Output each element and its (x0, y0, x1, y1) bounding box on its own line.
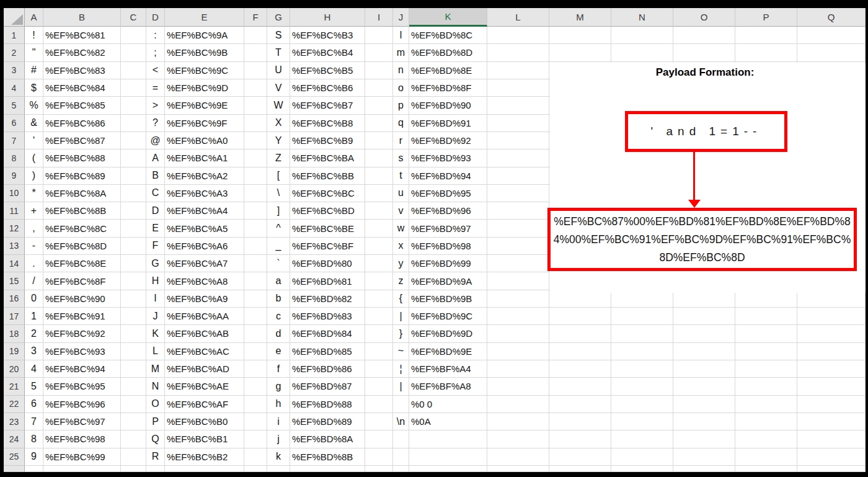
cell-I15[interactable] (365, 272, 393, 290)
cell-G7[interactable]: Y (267, 132, 290, 149)
cell-H12[interactable]: %EF%BC%BE (290, 220, 365, 237)
cell-O18[interactable] (673, 325, 735, 342)
cell-J9[interactable]: t (393, 167, 409, 185)
cell-D13[interactable]: F (146, 238, 165, 255)
cell-F17[interactable] (244, 308, 267, 325)
cell-F24[interactable] (244, 430, 267, 448)
cell-D25[interactable]: R (146, 448, 165, 466)
cell-F12[interactable] (244, 220, 267, 237)
cell-F19[interactable] (244, 343, 267, 360)
cell-B18[interactable]: %EF%BC%92 (43, 325, 121, 342)
cell-L25[interactable] (487, 448, 549, 466)
cell-C11[interactable] (121, 202, 146, 220)
cell-B11[interactable]: %EF%BC%8B (43, 202, 121, 220)
cell-E19[interactable]: %EF%BC%AC (165, 343, 244, 360)
cell-E9[interactable]: %EF%BC%A2 (165, 167, 244, 185)
cell-F1[interactable] (244, 27, 267, 44)
cell-D15[interactable]: H (146, 272, 165, 290)
cell-B1[interactable]: %EF%BC%81 (43, 27, 121, 44)
cell-E14[interactable]: %EF%BC%A7 (165, 255, 244, 272)
cell-F3[interactable] (244, 62, 267, 79)
cell-M24[interactable] (549, 430, 611, 448)
cell-J17[interactable]: | (393, 308, 409, 325)
cell-Q25[interactable] (797, 448, 866, 466)
column-header-G[interactable]: G (267, 8, 290, 27)
cell-G6[interactable]: X (267, 115, 290, 132)
cell-L9[interactable] (487, 167, 549, 185)
cell-J15[interactable]: z (393, 272, 409, 290)
cell-E21[interactable]: %EF%BC%AE (165, 378, 244, 395)
cell-K14[interactable]: %EF%BD%99 (409, 255, 487, 272)
cell-H13[interactable]: %EF%BC%BF (290, 238, 365, 255)
cell-I23[interactable] (365, 413, 393, 430)
cell-M23[interactable] (549, 413, 611, 430)
cell-O19[interactable] (673, 343, 735, 360)
cell-I3[interactable] (365, 62, 393, 79)
cell-J8[interactable]: s (393, 149, 409, 167)
cell-Q2[interactable] (797, 44, 866, 61)
row-header-12[interactable]: 12 (4, 220, 25, 237)
column-header-O[interactable]: O (673, 8, 735, 27)
cell-A10[interactable]: * (25, 185, 43, 202)
cell-A7[interactable]: ' (25, 132, 43, 149)
cell-L6[interactable] (487, 115, 549, 132)
cell-N25[interactable] (611, 448, 673, 466)
cell-H2[interactable]: %EF%BC%B4 (290, 44, 365, 61)
column-header-B[interactable]: B (43, 8, 121, 27)
cell-I2[interactable] (365, 44, 393, 61)
cell-C13[interactable] (121, 238, 146, 255)
cell-I10[interactable] (365, 185, 393, 202)
cell-A3[interactable]: # (25, 62, 43, 79)
cell-J10[interactable]: u (393, 185, 409, 202)
cell-B10[interactable]: %EF%BC%8A (43, 185, 121, 202)
cell-E4[interactable]: %EF%BC%9D (165, 79, 244, 97)
cell-O20[interactable] (673, 360, 735, 378)
cell-H10[interactable]: %EF%BC%BC (290, 185, 365, 202)
cell-F13[interactable] (244, 238, 267, 255)
cell-C7[interactable] (121, 132, 146, 149)
cell-Q23[interactable] (797, 413, 866, 430)
cell-G20[interactable]: f (267, 360, 290, 378)
cell-G15[interactable]: a (267, 272, 290, 290)
cell-E8[interactable]: %EF%BC%A1 (165, 149, 244, 167)
cell-I9[interactable] (365, 167, 393, 185)
cell-B15[interactable]: %EF%BC%8F (43, 272, 121, 290)
cell-G9[interactable]: [ (267, 167, 290, 185)
cell-A22[interactable]: 6 (25, 396, 43, 413)
column-header-K[interactable]: K (409, 8, 487, 27)
cell-B23[interactable]: %EF%BC%97 (43, 413, 121, 430)
cell-F22[interactable] (244, 396, 267, 413)
cell-K2[interactable]: %EF%BD%8D (409, 44, 487, 61)
cell-L4[interactable] (487, 79, 549, 97)
cell-P18[interactable] (735, 325, 797, 342)
cell-F16[interactable] (244, 290, 267, 308)
column-header-I[interactable]: I (365, 8, 393, 27)
cell-H1[interactable]: %EF%BC%B3 (290, 27, 365, 44)
cell-A13[interactable]: - (25, 238, 43, 255)
cell-L20[interactable] (487, 360, 549, 378)
cell-B24[interactable]: %EF%BC%98 (43, 430, 121, 448)
cell-F6[interactable] (244, 115, 267, 132)
cell-K4[interactable]: %EF%BD%8F (409, 79, 487, 97)
cell-F10[interactable] (244, 185, 267, 202)
row-header-7[interactable]: 7 (4, 132, 25, 149)
cell-N17[interactable] (611, 308, 673, 325)
cell-G1[interactable]: S (267, 27, 290, 44)
cell-O21[interactable] (673, 378, 735, 395)
cell-K11[interactable]: %EF%BD%96 (409, 202, 487, 220)
cell-F11[interactable] (244, 202, 267, 220)
cell-D2[interactable]: ; (146, 44, 165, 61)
cell-G17[interactable]: c (267, 308, 290, 325)
cell-H14[interactable]: %EF%BD%80 (290, 255, 365, 272)
cell-D10[interactable]: C (146, 185, 165, 202)
cell-J16[interactable]: { (393, 290, 409, 308)
cell-E24[interactable]: %EF%BC%B1 (165, 430, 244, 448)
cell-E10[interactable]: %EF%BC%A3 (165, 185, 244, 202)
column-header-D[interactable]: D (146, 8, 165, 27)
cell-G4[interactable]: V (267, 79, 290, 97)
cell-I4[interactable] (365, 79, 393, 97)
cell-J5[interactable]: p (393, 97, 409, 114)
cell-C4[interactable] (121, 79, 146, 97)
cell-D20[interactable]: M (146, 360, 165, 378)
cell-I5[interactable] (365, 97, 393, 114)
